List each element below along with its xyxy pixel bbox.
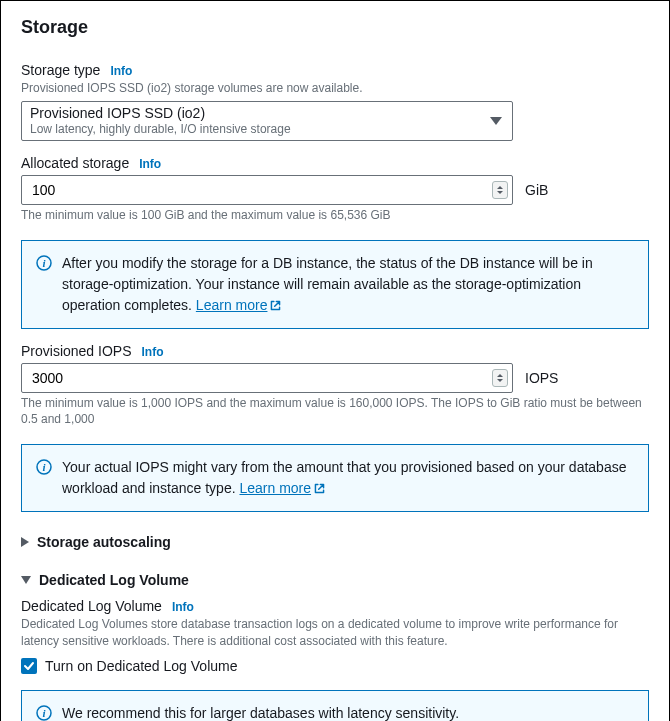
provisioned-iops-input-wrap	[21, 363, 513, 393]
allocated-storage-stepper[interactable]	[492, 181, 508, 199]
svg-marker-0	[490, 117, 502, 125]
provisioned-iops-input[interactable]	[30, 369, 486, 387]
svg-marker-6	[21, 576, 31, 584]
allocated-storage-info-link[interactable]: Info	[139, 157, 161, 171]
allocated-storage-input-wrap	[21, 175, 513, 205]
provisioned-iops-info-link[interactable]: Info	[142, 345, 164, 359]
storage-autoscaling-expander[interactable]: Storage autoscaling	[21, 534, 649, 550]
iops-variance-text: Your actual IOPS might vary from the amo…	[62, 457, 634, 499]
allocated-storage-label: Allocated storage	[21, 155, 129, 171]
storage-type-select[interactable]: Provisioned IOPS SSD (io2) Low latency, …	[21, 101, 513, 141]
storage-type-info-link[interactable]: Info	[110, 64, 132, 78]
provisioned-iops-field: Provisioned IOPS Info IOPS The minimum v…	[21, 343, 649, 429]
triangle-down-icon	[21, 576, 31, 584]
allocated-storage-unit: GiB	[525, 182, 548, 198]
info-icon: i	[36, 457, 52, 499]
storage-type-helper: Provisioned IOPS SSD (io2) storage volum…	[21, 80, 649, 97]
dedicated-log-volume-label: Dedicated Log Volume	[21, 598, 162, 614]
dedicated-log-volume-info-link[interactable]: Info	[172, 600, 194, 614]
dedicated-log-volume-checkbox-label: Turn on Dedicated Log Volume	[45, 658, 238, 674]
panel-title: Storage	[21, 17, 649, 38]
learn-more-label: Learn more	[239, 480, 311, 496]
provisioned-iops-stepper[interactable]	[492, 369, 508, 387]
allocated-storage-field: Allocated storage Info GiB The minimum v…	[21, 155, 649, 224]
svg-marker-5	[21, 537, 29, 547]
storage-autoscaling-title: Storage autoscaling	[37, 534, 171, 550]
triangle-right-icon	[21, 537, 29, 547]
svg-text:i: i	[42, 461, 46, 473]
info-icon: i	[36, 703, 52, 721]
dedicated-log-volume-section: Dedicated Log Volume Info Dedicated Log …	[21, 598, 649, 674]
dedicated-log-volume-checkbox-row[interactable]: Turn on Dedicated Log Volume	[21, 658, 649, 674]
storage-optimization-text: After you modify the storage for a DB in…	[62, 253, 634, 316]
panel-header: Storage	[1, 1, 669, 48]
svg-text:i: i	[42, 257, 46, 269]
panel-body: Storage type Info Provisioned IOPS SSD (…	[1, 62, 669, 721]
dedicated-log-volume-helper: Dedicated Log Volumes store database tra…	[21, 616, 649, 650]
provisioned-iops-label: Provisioned IOPS	[21, 343, 132, 359]
dedicated-log-volume-expander[interactable]: Dedicated Log Volume	[21, 572, 649, 588]
external-link-icon	[269, 299, 282, 312]
dedicated-log-volume-title: Dedicated Log Volume	[39, 572, 189, 588]
caret-down-icon	[490, 117, 502, 125]
learn-more-label: Learn more	[196, 297, 268, 313]
provisioned-iops-unit: IOPS	[525, 370, 558, 386]
iops-variance-notice: i Your actual IOPS might vary from the a…	[21, 444, 649, 512]
provisioned-iops-helper: The minimum value is 1,000 IOPS and the …	[21, 395, 649, 429]
storage-optimization-msg: After you modify the storage for a DB in…	[62, 255, 593, 313]
allocated-storage-helper: The minimum value is 100 GiB and the max…	[21, 207, 649, 224]
external-link-icon	[313, 482, 326, 495]
storage-optimization-notice: i After you modify the storage for a DB …	[21, 240, 649, 329]
iops-variance-msg: Your actual IOPS might vary from the amo…	[62, 459, 626, 496]
svg-text:i: i	[42, 707, 46, 719]
info-icon: i	[36, 253, 52, 316]
iops-learn-more-link[interactable]: Learn more	[239, 480, 326, 496]
storage-panel: Storage Storage type Info Provisioned IO…	[0, 0, 670, 721]
storage-type-label: Storage type	[21, 62, 100, 78]
storage-type-selected-value: Provisioned IOPS SSD (io2)	[30, 105, 291, 122]
storage-type-selected-sub: Low latency, highly durable, I/O intensi…	[30, 122, 291, 136]
allocated-storage-input[interactable]	[30, 181, 486, 199]
dedicated-log-volume-checkbox[interactable]	[21, 658, 37, 674]
dlv-recommend-notice: i We recommend this for larger databases…	[21, 690, 649, 721]
dlv-recommend-text: We recommend this for larger databases w…	[62, 703, 459, 721]
storage-optimization-learn-more-link[interactable]: Learn more	[196, 297, 283, 313]
storage-type-field: Storage type Info Provisioned IOPS SSD (…	[21, 62, 649, 141]
